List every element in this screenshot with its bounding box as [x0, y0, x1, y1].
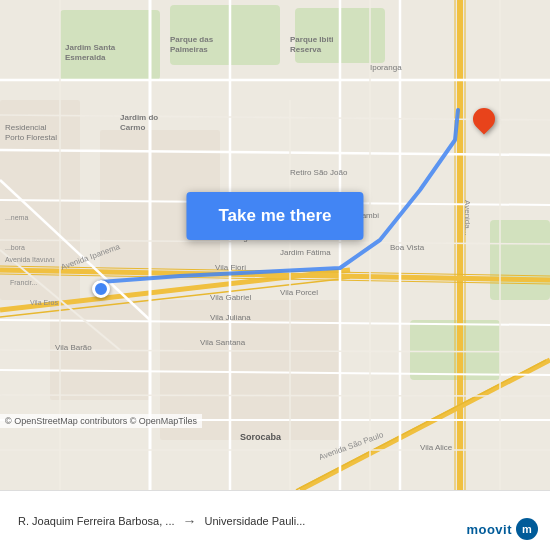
svg-text:Vila Barão: Vila Barão [55, 343, 92, 352]
svg-text:Parque Ibiti: Parque Ibiti [290, 35, 334, 44]
svg-line-37 [0, 395, 550, 396]
svg-text:Jardim do: Jardim do [120, 113, 158, 122]
logo-text: moovit [466, 522, 512, 537]
svg-text:Boa Vista: Boa Vista [390, 243, 425, 252]
svg-text:Vila Fiori: Vila Fiori [215, 263, 246, 272]
map-container: Avenida Ipanema Avenida Itavuvu Avenida … [0, 0, 550, 490]
svg-text:Vila Porcel: Vila Porcel [280, 288, 318, 297]
take-me-there-button[interactable]: Take me there [186, 192, 363, 240]
route-to: Universidade Pauli... [205, 515, 306, 527]
svg-text:Sorocaba: Sorocaba [240, 432, 282, 442]
svg-text:Vila Eros: Vila Eros [30, 299, 58, 306]
route-info: R. Joaquim Ferreira Barbosa, ... → Unive… [10, 513, 540, 529]
svg-text:Retiro São João: Retiro São João [290, 168, 348, 177]
svg-text:Jardim Fátima: Jardim Fátima [280, 248, 331, 257]
svg-text:Vila Alice: Vila Alice [420, 443, 453, 452]
svg-text:Esmeralda: Esmeralda [65, 53, 106, 62]
svg-text:Vila Juliana: Vila Juliana [210, 313, 251, 322]
svg-text:Vila Santana: Vila Santana [200, 338, 246, 347]
svg-text:Avenida...: Avenida... [463, 200, 472, 235]
map-attribution: © OpenStreetMap contributors © OpenMapTi… [0, 414, 202, 428]
svg-text:Palmeiras: Palmeiras [170, 45, 208, 54]
logo-icon: m [516, 518, 538, 540]
svg-text:...nema: ...nema [5, 214, 28, 221]
svg-text:...bora: ...bora [5, 244, 25, 251]
svg-rect-4 [490, 220, 550, 300]
svg-text:Francir...: Francir... [10, 279, 37, 286]
svg-text:Iporanga: Iporanga [370, 63, 402, 72]
svg-text:Jardim Santa: Jardim Santa [65, 43, 116, 52]
svg-text:Residencial: Residencial [5, 123, 47, 132]
moovit-logo: moovit m [466, 518, 538, 540]
svg-text:Vila Gabriel: Vila Gabriel [210, 293, 251, 302]
route-from: R. Joaquim Ferreira Barbosa, ... [18, 515, 175, 527]
destination-marker [473, 108, 495, 130]
svg-text:Carmo: Carmo [120, 123, 145, 132]
route-arrow: → [183, 513, 197, 529]
bottom-bar: R. Joaquim Ferreira Barbosa, ... → Unive… [0, 490, 550, 550]
svg-text:Parque das: Parque das [170, 35, 214, 44]
origin-marker [92, 280, 110, 298]
svg-text:Reserva: Reserva [290, 45, 322, 54]
svg-text:Avenida Itavuvu: Avenida Itavuvu [5, 256, 55, 263]
svg-text:Porto Florestal: Porto Florestal [5, 133, 57, 142]
